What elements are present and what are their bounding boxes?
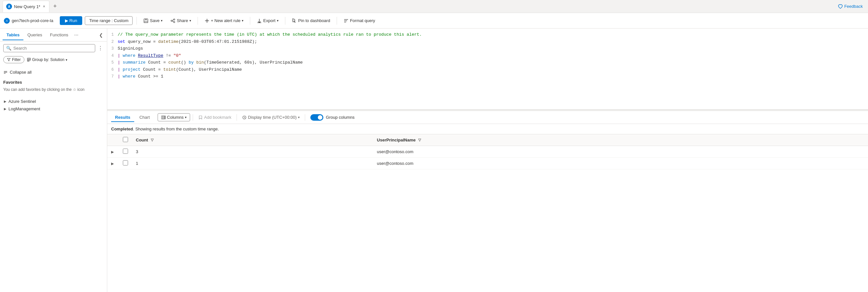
row1-expand-icon[interactable]: ▶ bbox=[111, 150, 114, 154]
save-btn[interactable]: Save ▾ bbox=[141, 16, 165, 25]
code-content-1: // The query_now parameter represents th… bbox=[118, 32, 868, 38]
tree-label-azure-sentinel: Azure Sentinel bbox=[8, 99, 36, 104]
group-columns-toggle[interactable] bbox=[310, 114, 323, 121]
select-all-checkbox[interactable] bbox=[123, 137, 128, 142]
results-tab-label: Results bbox=[115, 115, 130, 120]
code-line-5: 5 | summarize Count = count() by bin(Tim… bbox=[107, 59, 868, 66]
tab-bar: A New Query 1* × + Feedback bbox=[0, 0, 868, 13]
display-time-btn[interactable]: Display time (UTC+00:00) ▾ bbox=[240, 114, 302, 121]
user-filter-icon[interactable]: ▽ bbox=[418, 138, 421, 142]
export-chevron: ▾ bbox=[277, 19, 279, 23]
code-line-4: 4 | where ResultType != "0" bbox=[107, 52, 868, 59]
search-options-btn[interactable]: ⋮ bbox=[97, 44, 104, 52]
row1-user: user@contoso.com bbox=[373, 146, 868, 158]
workspace-icon: A bbox=[4, 18, 10, 24]
svg-rect-21 bbox=[163, 116, 164, 119]
svg-rect-2 bbox=[144, 21, 148, 23]
results-sep3 bbox=[305, 114, 305, 121]
row1-expand[interactable]: ▶ bbox=[107, 146, 119, 158]
svg-point-5 bbox=[174, 22, 175, 23]
run-btn[interactable]: ▶ Run bbox=[60, 16, 82, 25]
display-time-label: Display time (UTC+00:00) bbox=[248, 115, 297, 120]
sep5 bbox=[337, 17, 337, 25]
code-line-6: 6 | project Count = toint(Count), UserPr… bbox=[107, 66, 868, 73]
table-row: ▶ 3 user@contoso.com bbox=[107, 146, 868, 158]
tree-arrow-azure-sentinel: ▶ bbox=[4, 100, 6, 103]
time-range-btn[interactable]: Time range : Custom bbox=[85, 16, 132, 25]
th-user: UserPrincipalName ▽ bbox=[373, 134, 868, 146]
export-btn[interactable]: Export ▾ bbox=[254, 16, 281, 25]
row2-expand[interactable]: ▶ bbox=[107, 158, 119, 169]
active-tab[interactable]: A New Query 1* × bbox=[3, 1, 50, 12]
time-range-label: Time range : Custom bbox=[89, 18, 128, 23]
sidebar-more-btn[interactable]: ··· bbox=[72, 31, 80, 39]
columns-icon bbox=[161, 115, 166, 120]
feedback-btn[interactable]: Feedback bbox=[835, 3, 865, 10]
results-table: Count ▽ UserPrincipalName ▽ bbox=[107, 134, 868, 292]
svg-rect-22 bbox=[165, 116, 165, 119]
search-input[interactable] bbox=[13, 46, 92, 50]
search-box: 🔍 bbox=[3, 44, 95, 52]
columns-btn[interactable]: Columns ▾ bbox=[158, 113, 190, 121]
sidebar-tab-functions[interactable]: Functions bbox=[46, 30, 72, 40]
workspace-label: gen7tech-prod-core-la bbox=[12, 18, 53, 23]
code-line-2: 2 set query_now = datetime(2021-08-03T05… bbox=[107, 38, 868, 45]
sidebar-tab-queries[interactable]: Queries bbox=[23, 30, 46, 40]
sidebar-tab-tables[interactable]: Tables bbox=[3, 30, 23, 40]
row2-checkbox[interactable] bbox=[123, 160, 128, 166]
status-detail: . Showing results from the custom time r… bbox=[133, 126, 219, 132]
results-actions: Columns ▾ Add bookmark bbox=[158, 113, 354, 121]
sidebar-collapse-btn[interactable]: ❮ bbox=[98, 31, 104, 39]
new-alert-btn[interactable]: + New alert rule ▾ bbox=[202, 16, 246, 25]
th-count: Count ▽ bbox=[132, 134, 373, 146]
line-num-5: 5 bbox=[107, 59, 118, 66]
tab-close-btn[interactable]: × bbox=[42, 4, 46, 9]
editor-panel: 1 // The query_now parameter represents … bbox=[107, 29, 868, 292]
line-num-2: 2 bbox=[107, 39, 118, 45]
sep4 bbox=[285, 17, 285, 25]
share-label: Share bbox=[177, 18, 188, 23]
feedback-label: Feedback bbox=[844, 4, 863, 9]
pin-btn[interactable]: Pin to dashboard bbox=[289, 16, 333, 25]
search-icon: 🔍 bbox=[6, 46, 11, 50]
svg-point-3 bbox=[174, 19, 175, 20]
tree-item-azure-sentinel[interactable]: ▶ Azure Sentinel bbox=[3, 98, 104, 105]
favorites-hint: You can add favorites by clicking on the… bbox=[3, 87, 104, 93]
svg-line-7 bbox=[172, 21, 174, 22]
row2-checkbox-cell bbox=[119, 158, 132, 169]
code-content-5: | summarize Count = count() by bin(TimeG… bbox=[118, 59, 868, 66]
line-num-1: 1 bbox=[107, 32, 118, 38]
group-columns-label: Group columns bbox=[326, 115, 354, 120]
toolbar: A gen7tech-prod-core-la ▶ Run Time range… bbox=[0, 13, 868, 29]
code-line-3: 3 SigninLogs bbox=[107, 45, 868, 52]
results-tab-chart[interactable]: Chart bbox=[135, 113, 154, 122]
th-user-label: UserPrincipalName bbox=[377, 138, 416, 142]
tree-item-log-management[interactable]: ▶ LogManagement bbox=[3, 105, 104, 113]
collapse-all-btn[interactable]: Collapse all bbox=[3, 68, 32, 76]
new-tab-btn[interactable]: + bbox=[51, 2, 59, 11]
pin-label: Pin to dashboard bbox=[298, 18, 330, 23]
bookmark-btn[interactable]: Add bookmark bbox=[196, 114, 234, 121]
row1-checkbox-cell bbox=[119, 146, 132, 158]
code-editor[interactable]: 1 // The query_now parameter represents … bbox=[107, 29, 868, 110]
filter-btn[interactable]: Filter bbox=[3, 56, 24, 63]
save-chevron: ▾ bbox=[161, 19, 162, 23]
tree-arrow-log-management: ▶ bbox=[4, 107, 6, 111]
line-num-3: 3 bbox=[107, 45, 118, 51]
format-btn[interactable]: Format query bbox=[341, 16, 378, 25]
svg-rect-20 bbox=[161, 116, 163, 119]
tab-functions-label: Functions bbox=[50, 32, 68, 37]
alert-icon bbox=[205, 18, 210, 23]
sidebar: Tables Queries Functions ··· ❮ 🔍 ⋮ bbox=[0, 29, 107, 292]
count-filter-icon[interactable]: ▽ bbox=[151, 138, 153, 142]
display-time-chevron: ▾ bbox=[298, 115, 300, 119]
row2-expand-icon[interactable]: ▶ bbox=[111, 161, 114, 166]
th-expand bbox=[107, 134, 119, 146]
row1-checkbox[interactable] bbox=[123, 149, 128, 154]
results-tab-results[interactable]: Results bbox=[111, 113, 134, 122]
status-completed: Completed bbox=[111, 126, 133, 132]
group-by-btn[interactable]: Group by: Solution ▾ bbox=[27, 58, 67, 62]
share-btn[interactable]: Share ▾ bbox=[168, 16, 194, 25]
export-label: Export bbox=[263, 18, 276, 23]
code-content-7: | where Count >= 1 bbox=[118, 73, 868, 80]
